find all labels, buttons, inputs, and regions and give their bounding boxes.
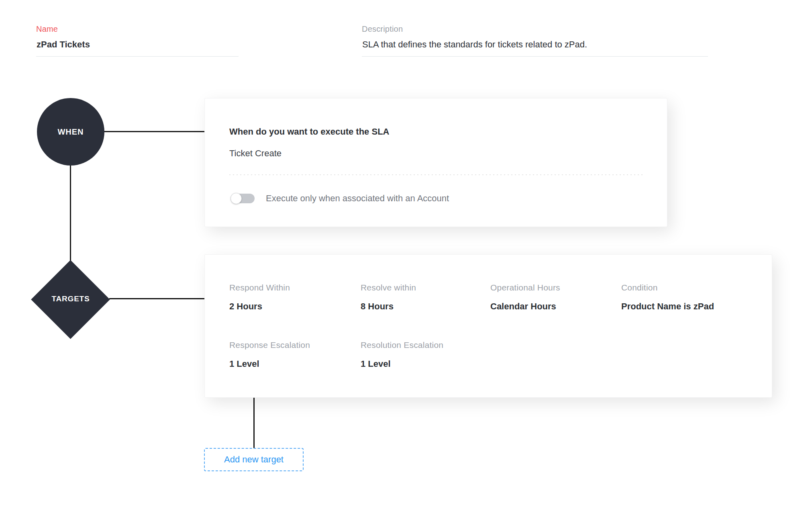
when-node: WHEN xyxy=(37,98,104,166)
connector-targets-to-card xyxy=(109,298,205,299)
respond-within-field: Respond Within 2 Hours xyxy=(229,283,290,312)
name-field: Name xyxy=(36,24,239,57)
operational-hours-value: Calendar Hours xyxy=(490,301,560,312)
name-input[interactable] xyxy=(36,39,239,57)
account-association-toggle-label: Execute only when associated with an Acc… xyxy=(266,193,449,204)
connector-when-to-card xyxy=(104,131,205,132)
resolve-within-label: Resolve within xyxy=(361,283,416,292)
dotted-separator xyxy=(229,174,644,175)
target-card[interactable]: Respond Within 2 Hours Resolve within 8 … xyxy=(204,254,772,398)
name-label: Name xyxy=(36,24,239,34)
targets-node-label: TARGETS xyxy=(31,294,111,303)
description-field: Description xyxy=(362,24,708,57)
toggle-knob[interactable] xyxy=(231,193,242,204)
respond-within-value: 2 Hours xyxy=(229,301,290,312)
response-escalation-field: Response Escalation 1 Level xyxy=(229,340,310,369)
when-node-label: WHEN xyxy=(57,127,84,137)
resolution-escalation-value: 1 Level xyxy=(361,359,443,369)
resolution-escalation-field: Resolution Escalation 1 Level xyxy=(361,340,443,369)
account-association-toggle[interactable] xyxy=(231,194,255,203)
description-input[interactable] xyxy=(362,39,708,57)
connector-card-to-add-button xyxy=(253,398,255,448)
when-card-title: When do you want to execute the SLA xyxy=(229,127,389,137)
condition-value: Product Name is zPad xyxy=(621,301,714,312)
resolution-escalation-label: Resolution Escalation xyxy=(361,340,443,350)
respond-within-label: Respond Within xyxy=(229,283,290,292)
execute-event-select[interactable]: Ticket Create xyxy=(229,148,282,159)
operational-hours-label: Operational Hours xyxy=(490,283,560,292)
resolve-within-field: Resolve within 8 Hours xyxy=(361,283,416,312)
add-new-target-button[interactable]: Add new target xyxy=(204,448,304,471)
operational-hours-field: Operational Hours Calendar Hours xyxy=(490,283,560,312)
response-escalation-label: Response Escalation xyxy=(229,340,310,350)
condition-label: Condition xyxy=(621,283,714,292)
sla-editor: Name Description WHEN TARGETS When do yo… xyxy=(0,0,812,507)
when-card: When do you want to execute the SLA Tick… xyxy=(204,98,667,227)
condition-field: Condition Product Name is zPad xyxy=(621,283,714,312)
description-label: Description xyxy=(362,24,708,34)
connector-when-to-targets xyxy=(70,165,71,262)
resolve-within-value: 8 Hours xyxy=(361,301,416,312)
response-escalation-value: 1 Level xyxy=(229,359,310,369)
